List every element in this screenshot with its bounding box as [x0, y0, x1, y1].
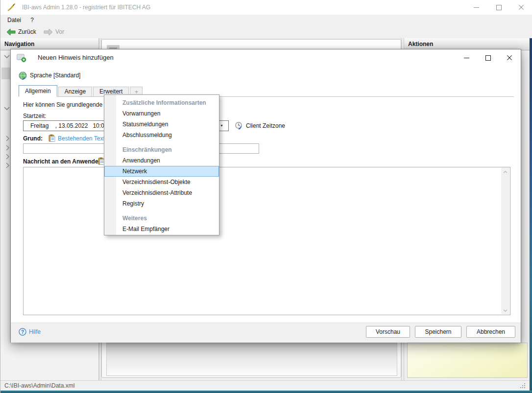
textarea-scrollbar[interactable] [501, 168, 509, 314]
chevron-up-icon [503, 171, 508, 173]
datetime-value: Freitag , 13.05.2022 10:05 [30, 121, 107, 131]
tab-anzeige[interactable]: Anzeige [58, 87, 92, 96]
menu-item-anwendungen[interactable]: Anwendungen [104, 155, 219, 166]
maximize-button[interactable] [487, 0, 510, 15]
chevron-right-icon[interactable] [6, 145, 9, 151]
desktop-edge-right [530, 38, 532, 393]
scroll-up-button[interactable] [501, 168, 509, 176]
menu-item-help[interactable]: ? [26, 15, 38, 25]
chevron-down-icon: ▼ [220, 124, 223, 127]
forward-button[interactable]: Vor [41, 25, 67, 38]
resize-grip-icon[interactable] [524, 387, 525, 388]
menu-header-einschraenkungen: Einschränkungen [104, 144, 219, 155]
help-label: Hilfe [29, 328, 41, 335]
forward-arrow-icon [44, 28, 53, 36]
statusbar: C:\IBI-aws\Admin\Data.xml [0, 380, 530, 391]
menu-item-email-empfaenger[interactable]: E-Mail Empfänger [104, 224, 219, 234]
status-path: C:\IBI-aws\Admin\Data.xml [4, 381, 74, 391]
menu-header-weiteres: Weiteres [104, 213, 219, 224]
menu-item-statusmeldungen[interactable]: Statusmeldungen [104, 119, 219, 130]
dialog-minimize-button[interactable] [455, 49, 478, 66]
dialog-titlebar[interactable]: Neuen Hinweis hinzufügen [11, 49, 521, 66]
window-title: IBI-aws Admin 1.28.0 - registriert für I… [22, 0, 150, 15]
chevron-right-icon[interactable] [6, 136, 9, 141]
help-icon: ? [19, 328, 26, 336]
notes-panel[interactable] [407, 343, 528, 378]
back-arrow-icon [6, 28, 16, 36]
minimize-button[interactable] [465, 0, 487, 15]
desktop-edge-bottom [0, 391, 532, 393]
dialog-maximize-button[interactable] [477, 49, 499, 66]
dialog-title: Neuen Hinweis hinzufügen [38, 49, 114, 66]
grund-label: Grund: [23, 135, 43, 142]
menu-item-registry[interactable]: Registry [104, 198, 219, 209]
vorschau-button[interactable]: Vorschau [366, 326, 410, 338]
forward-button-label: Vor [55, 28, 64, 35]
back-button-label: Zurück [18, 28, 36, 35]
main-titlebar[interactable]: IBI-aws Admin 1.28.0 - registriert für I… [0, 0, 532, 15]
language-selector[interactable]: Sprache [Standard] [19, 71, 80, 80]
screen: IBI-aws Admin 1.28.0 - registriert für I… [0, 0, 532, 393]
tab-allgemein[interactable]: Allgemein [19, 85, 57, 97]
chevron-down-icon[interactable] [4, 55, 10, 58]
chevron-right-icon[interactable] [6, 162, 9, 168]
nachricht-label: Nachricht an den Anwender: [23, 158, 102, 165]
content-group-box [106, 343, 397, 376]
app-icon [7, 3, 15, 11]
add-note-icon [17, 54, 26, 62]
speichern-button[interactable]: Speichern [415, 326, 461, 338]
globe-icon [19, 71, 27, 80]
close-button[interactable] [510, 0, 532, 15]
menu-item-netzwerk[interactable]: Netzwerk [104, 166, 219, 177]
abbrechen-button[interactable]: Abbrechen [466, 326, 515, 338]
menu-header-informationsarten: Zusätzliche Informationsarten [104, 97, 219, 108]
menu-item-list: Zusätzliche Informationsarten Vorwarnung… [104, 95, 219, 234]
language-label: Sprache [Standard] [30, 72, 80, 79]
help-link[interactable]: ? Hilfe [19, 328, 41, 336]
intro-text: Hier können Sie grundlegende Ei [23, 101, 109, 108]
main-toolbar: Zurück Vor [0, 25, 532, 39]
dialog-close-button[interactable] [498, 49, 521, 66]
chevron-down-icon [503, 309, 508, 312]
dialog-footer: ? Hilfe Vorschau Speichern Abbrechen [11, 323, 521, 343]
menu-item-vorwarnungen[interactable]: Vorwarnungen [104, 108, 219, 119]
message-textarea[interactable] [23, 167, 510, 315]
menu-item-datei[interactable]: Datei [3, 15, 25, 25]
nav-button-partial[interactable] [1, 68, 11, 79]
svg-text:?: ? [21, 329, 24, 335]
menu-item-abschlussmeldung[interactable]: Abschlussmeldung [104, 130, 219, 140]
startzeit-label: Startzeit: [23, 113, 46, 119]
add-hint-dialog: Neuen Hinweis hinzufügen Sprache [Standa… [10, 49, 521, 343]
back-button[interactable]: Zurück [3, 25, 39, 38]
paste-icon[interactable] [48, 134, 55, 142]
timezone-clock-icon [235, 121, 243, 130]
chevron-right-icon[interactable] [6, 154, 9, 160]
main-menubar: Datei ? [0, 15, 532, 25]
tabstrip: Allgemein Anzeige Erweitert + [19, 85, 514, 97]
menu-item-verzeichnisdienst-objekte[interactable]: Verzeichnisdienst-Objekte [104, 177, 219, 187]
scroll-down-button[interactable] [501, 306, 509, 314]
chevron-down-icon[interactable] [4, 107, 10, 110]
hint-type-context-menu: Zusätzliche Informationsarten Vorwarnung… [104, 94, 219, 235]
timezone-button[interactable]: Client Zeitzone [235, 120, 285, 131]
menu-item-verzeichnisdienst-attribute[interactable]: Verzeichnisdienst-Attribute [104, 187, 219, 198]
timezone-label: Client Zeitzone [246, 122, 285, 129]
